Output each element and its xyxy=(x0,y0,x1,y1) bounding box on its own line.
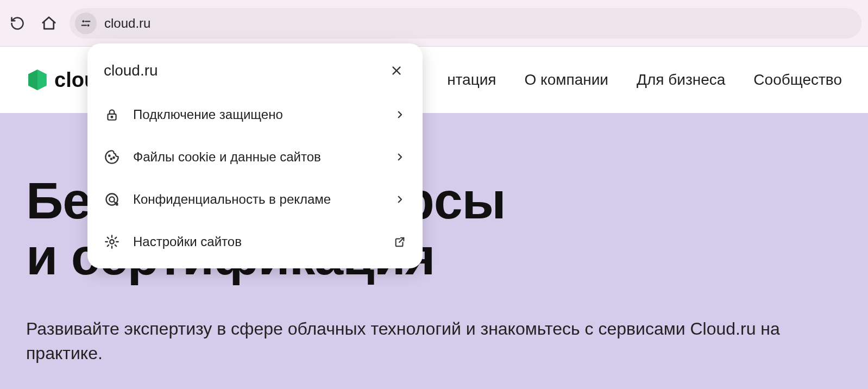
popup-item-ad-privacy[interactable]: Конфиденциальность в рекламе xyxy=(87,178,423,221)
popup-title: cloud.ru xyxy=(104,62,158,79)
hero-subtitle: Развивайте экспертизу в сфере облачных т… xyxy=(26,317,830,366)
logo-mark-icon xyxy=(26,68,49,91)
home-button[interactable] xyxy=(38,12,60,34)
svg-point-12 xyxy=(109,197,114,202)
home-icon xyxy=(41,15,57,32)
chevron-right-icon xyxy=(393,193,406,206)
chevron-right-icon xyxy=(393,108,406,121)
popup-header: cloud.ru xyxy=(87,53,423,93)
cookie-icon xyxy=(104,149,120,165)
popup-item-label: Конфиденциальность в рекламе xyxy=(133,192,380,207)
lock-icon xyxy=(104,106,120,123)
svg-point-9 xyxy=(111,158,112,159)
svg-point-2 xyxy=(87,24,90,26)
nav-business[interactable]: Для бизнеса xyxy=(637,71,725,89)
gear-icon xyxy=(104,234,120,250)
tune-icon xyxy=(80,17,92,29)
close-icon xyxy=(391,65,402,77)
popup-item-connection[interactable]: Подключение защищено xyxy=(87,93,423,136)
external-link-icon xyxy=(393,235,406,248)
url-text: cloud.ru xyxy=(104,16,150,31)
popup-item-label: Настройки сайтов xyxy=(133,234,380,249)
nav-about[interactable]: О компании xyxy=(525,71,608,89)
popup-item-cookies[interactable]: Файлы cookie и данные сайтов xyxy=(87,136,423,178)
reload-icon xyxy=(10,16,25,31)
nav-links: нтация О компании Для бизнеса Сообщество xyxy=(447,71,842,89)
popup-item-label: Файлы cookie и данные сайтов xyxy=(133,149,380,165)
address-bar[interactable]: cloud.ru xyxy=(70,8,861,39)
target-icon xyxy=(104,191,120,208)
chevron-right-icon xyxy=(393,150,406,164)
popup-close-button[interactable] xyxy=(387,61,406,80)
browser-toolbar: cloud.ru xyxy=(0,0,868,47)
nav-docs[interactable]: нтация xyxy=(447,71,496,89)
reload-button[interactable] xyxy=(7,12,28,34)
site-info-popup: cloud.ru Подключение защищено xyxy=(87,43,423,268)
popup-item-label: Подключение защищено xyxy=(133,107,380,122)
svg-point-10 xyxy=(113,157,114,158)
popup-item-site-settings[interactable]: Настройки сайтов xyxy=(87,221,423,263)
svg-point-8 xyxy=(109,155,110,156)
site-info-button[interactable] xyxy=(75,12,97,34)
svg-point-7 xyxy=(111,116,113,118)
svg-point-0 xyxy=(82,20,84,22)
nav-community[interactable]: Сообщество xyxy=(753,71,842,89)
svg-point-13 xyxy=(110,240,114,243)
